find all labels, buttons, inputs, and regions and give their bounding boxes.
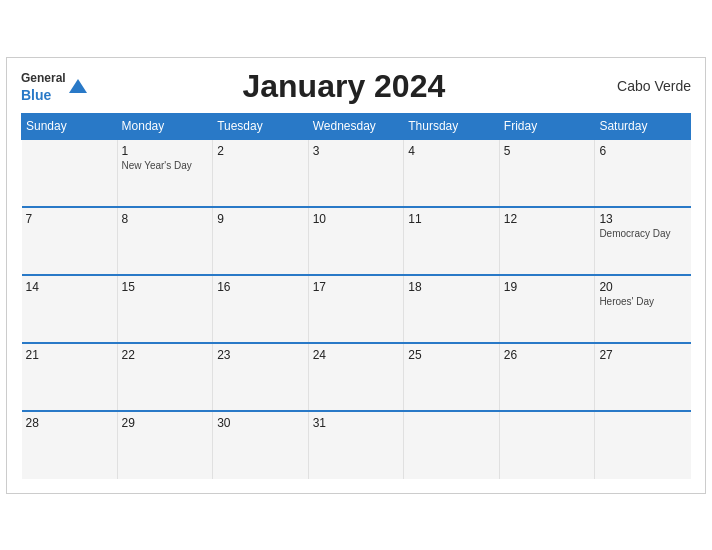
logo: General Blue bbox=[21, 68, 87, 104]
calendar-day-cell: 29 bbox=[117, 411, 213, 479]
calendar-table: SundayMondayTuesdayWednesdayThursdayFrid… bbox=[21, 113, 691, 479]
calendar-container: General Blue January 2024 Cabo Verde Sun… bbox=[6, 57, 706, 494]
day-number: 13 bbox=[599, 212, 686, 226]
calendar-day-cell: 18 bbox=[404, 275, 500, 343]
day-number: 28 bbox=[26, 416, 113, 430]
calendar-day-cell bbox=[22, 139, 118, 207]
calendar-day-cell: 21 bbox=[22, 343, 118, 411]
day-number: 10 bbox=[313, 212, 400, 226]
day-number: 30 bbox=[217, 416, 304, 430]
calendar-title: January 2024 bbox=[87, 68, 601, 105]
day-number: 31 bbox=[313, 416, 400, 430]
calendar-day-cell: 25 bbox=[404, 343, 500, 411]
calendar-body: 1New Year's Day2345678910111213Democracy… bbox=[22, 139, 691, 479]
calendar-week-row: 14151617181920Heroes' Day bbox=[22, 275, 691, 343]
day-number: 14 bbox=[26, 280, 113, 294]
calendar-day-cell bbox=[595, 411, 691, 479]
day-number: 9 bbox=[217, 212, 304, 226]
day-number: 25 bbox=[408, 348, 495, 362]
calendar-day-cell: 9 bbox=[213, 207, 309, 275]
calendar-day-cell: 8 bbox=[117, 207, 213, 275]
weekday-header-sunday: Sunday bbox=[22, 113, 118, 139]
weekday-header-friday: Friday bbox=[499, 113, 595, 139]
calendar-day-cell: 22 bbox=[117, 343, 213, 411]
calendar-day-cell: 11 bbox=[404, 207, 500, 275]
event-name: New Year's Day bbox=[122, 160, 209, 172]
calendar-day-cell: 28 bbox=[22, 411, 118, 479]
calendar-day-cell: 24 bbox=[308, 343, 404, 411]
logo-text: General Blue bbox=[21, 68, 66, 104]
calendar-day-cell: 14 bbox=[22, 275, 118, 343]
calendar-day-cell: 19 bbox=[499, 275, 595, 343]
day-number: 22 bbox=[122, 348, 209, 362]
day-number: 11 bbox=[408, 212, 495, 226]
calendar-day-cell: 17 bbox=[308, 275, 404, 343]
day-number: 17 bbox=[313, 280, 400, 294]
day-number: 20 bbox=[599, 280, 686, 294]
day-number: 23 bbox=[217, 348, 304, 362]
calendar-day-cell: 6 bbox=[595, 139, 691, 207]
calendar-header: General Blue January 2024 Cabo Verde bbox=[21, 68, 691, 105]
calendar-day-cell bbox=[404, 411, 500, 479]
calendar-week-row: 21222324252627 bbox=[22, 343, 691, 411]
calendar-day-cell bbox=[499, 411, 595, 479]
weekday-header-monday: Monday bbox=[117, 113, 213, 139]
calendar-day-cell: 23 bbox=[213, 343, 309, 411]
day-number: 29 bbox=[122, 416, 209, 430]
calendar-day-cell: 20Heroes' Day bbox=[595, 275, 691, 343]
country-name: Cabo Verde bbox=[601, 78, 691, 94]
weekday-header-tuesday: Tuesday bbox=[213, 113, 309, 139]
calendar-day-cell: 4 bbox=[404, 139, 500, 207]
day-number: 21 bbox=[26, 348, 113, 362]
svg-marker-0 bbox=[69, 79, 87, 93]
calendar-day-cell: 12 bbox=[499, 207, 595, 275]
day-number: 16 bbox=[217, 280, 304, 294]
day-number: 8 bbox=[122, 212, 209, 226]
day-number: 1 bbox=[122, 144, 209, 158]
day-number: 27 bbox=[599, 348, 686, 362]
day-number: 15 bbox=[122, 280, 209, 294]
day-number: 4 bbox=[408, 144, 495, 158]
day-number: 6 bbox=[599, 144, 686, 158]
day-number: 24 bbox=[313, 348, 400, 362]
day-number: 12 bbox=[504, 212, 591, 226]
calendar-day-cell: 15 bbox=[117, 275, 213, 343]
calendar-day-cell: 5 bbox=[499, 139, 595, 207]
logo-triangle-icon bbox=[69, 77, 87, 95]
day-number: 26 bbox=[504, 348, 591, 362]
calendar-day-cell: 10 bbox=[308, 207, 404, 275]
calendar-day-cell: 1New Year's Day bbox=[117, 139, 213, 207]
calendar-day-cell: 13Democracy Day bbox=[595, 207, 691, 275]
calendar-week-row: 28293031 bbox=[22, 411, 691, 479]
weekday-header-saturday: Saturday bbox=[595, 113, 691, 139]
day-number: 2 bbox=[217, 144, 304, 158]
event-name: Democracy Day bbox=[599, 228, 686, 240]
calendar-day-cell: 30 bbox=[213, 411, 309, 479]
day-number: 7 bbox=[26, 212, 113, 226]
day-number: 5 bbox=[504, 144, 591, 158]
calendar-day-cell: 26 bbox=[499, 343, 595, 411]
day-number: 18 bbox=[408, 280, 495, 294]
calendar-day-cell: 3 bbox=[308, 139, 404, 207]
day-number: 19 bbox=[504, 280, 591, 294]
calendar-week-row: 78910111213Democracy Day bbox=[22, 207, 691, 275]
calendar-day-cell: 16 bbox=[213, 275, 309, 343]
weekday-header-wednesday: Wednesday bbox=[308, 113, 404, 139]
calendar-week-row: 1New Year's Day23456 bbox=[22, 139, 691, 207]
weekday-header-thursday: Thursday bbox=[404, 113, 500, 139]
calendar-day-cell: 31 bbox=[308, 411, 404, 479]
weekday-header-row: SundayMondayTuesdayWednesdayThursdayFrid… bbox=[22, 113, 691, 139]
day-number: 3 bbox=[313, 144, 400, 158]
calendar-day-cell: 7 bbox=[22, 207, 118, 275]
calendar-day-cell: 27 bbox=[595, 343, 691, 411]
calendar-day-cell: 2 bbox=[213, 139, 309, 207]
event-name: Heroes' Day bbox=[599, 296, 686, 308]
